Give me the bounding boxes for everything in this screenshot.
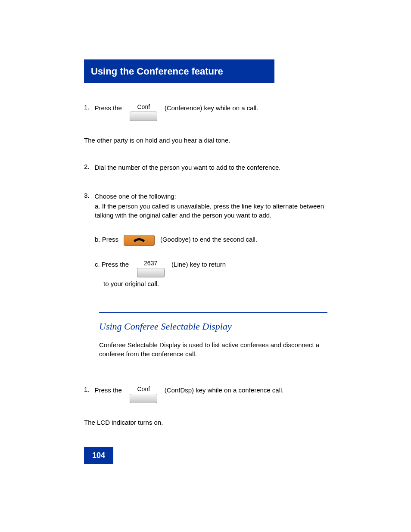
conf-softkey-label: Conf bbox=[128, 103, 159, 110]
step-2: 2. Dial the number of the person you wan… bbox=[84, 163, 327, 172]
page-number: 104 bbox=[84, 447, 113, 464]
softkey-button-icon bbox=[137, 268, 165, 277]
phone-hangup-icon bbox=[132, 237, 146, 244]
option-a: a. If the person you called is unavailab… bbox=[95, 202, 336, 220]
option-c-after: to your original call. bbox=[103, 279, 332, 288]
subsection-body: Conferee Selectable Display is used to l… bbox=[99, 340, 327, 358]
conf-softkey-2[interactable]: Conf bbox=[128, 386, 159, 403]
option-b-prefix: b. Press bbox=[95, 235, 118, 244]
step-1-follow: The other party is on hold and you hear … bbox=[84, 136, 330, 145]
section2-step-1-follow: The LCD indicator turns on. bbox=[84, 418, 330, 427]
step-text: Press the bbox=[94, 386, 121, 395]
step-text: Choose one of the following: bbox=[94, 192, 176, 201]
section-header: Using the Conference feature bbox=[84, 59, 274, 83]
option-c-prefix: c. Press the bbox=[95, 260, 129, 269]
step-1: 1. Press the Conf (Conference) key while… bbox=[84, 103, 302, 121]
softkey-button-icon bbox=[130, 394, 157, 403]
conf-softkey[interactable]: Conf bbox=[128, 103, 159, 121]
option-c: c. Press the 2637 (Line) key to return bbox=[95, 260, 226, 277]
step-text: Dial the number of the person you want t… bbox=[94, 163, 327, 172]
goodbye-button[interactable] bbox=[124, 235, 155, 246]
option-c-mid: (Line) key to return bbox=[171, 260, 226, 269]
option-b-suffix: (Goodbye) to end the second call. bbox=[160, 235, 257, 244]
subsection-title: Using Conferee Selectable Display bbox=[99, 321, 232, 332]
step-number: 1. bbox=[84, 103, 93, 111]
line-softkey[interactable]: 2637 bbox=[135, 260, 166, 277]
section-divider bbox=[99, 312, 327, 313]
step-text: Press the bbox=[94, 103, 121, 112]
step-number: 1. bbox=[84, 386, 93, 393]
section-title: Using the Conference feature bbox=[84, 59, 274, 84]
step-number: 2. bbox=[84, 163, 93, 170]
section2-step-1: 1. Press the Conf (ConfDsp) key while on… bbox=[84, 386, 294, 403]
step-3: 3. Choose one of the following: bbox=[84, 192, 176, 201]
step-text-after: (Conference) key while on a call. bbox=[165, 103, 302, 112]
step-number: 3. bbox=[84, 192, 93, 199]
step-text-after: (ConfDsp) key while on a conference call… bbox=[165, 386, 294, 395]
softkey-button-icon bbox=[130, 112, 157, 121]
conf-softkey-label: Conf bbox=[128, 386, 159, 392]
option-b: b. Press (Goodbye) to end the second cal… bbox=[95, 235, 257, 246]
line-softkey-label: 2637 bbox=[135, 260, 166, 267]
